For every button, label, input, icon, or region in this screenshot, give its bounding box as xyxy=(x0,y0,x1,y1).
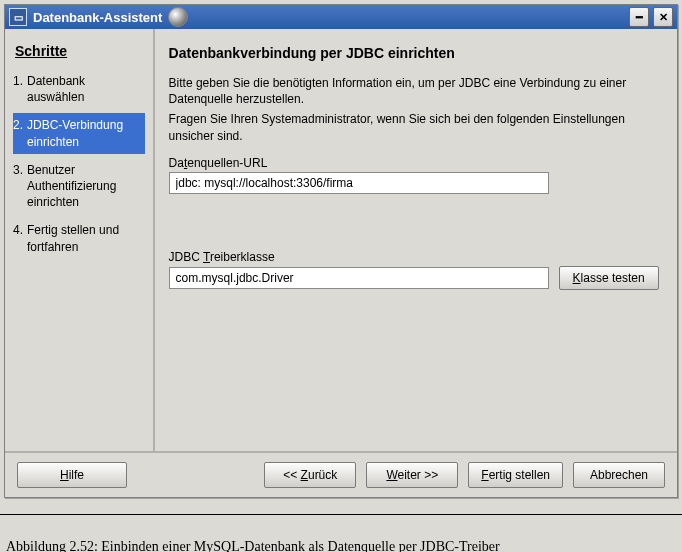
window-title: Datenbank-Assistent xyxy=(33,10,162,25)
step-3[interactable]: 3. Benutzer Authentifizierung einrichten xyxy=(13,158,145,215)
app-icon: ▭ xyxy=(9,8,27,26)
datasource-url-input[interactable] xyxy=(169,172,549,194)
wizard-window: ▭ Datenbank-Assistent ━ ✕ Schritte 1. Da… xyxy=(4,4,678,498)
step-label: Benutzer Authentifizierung einrichten xyxy=(27,162,139,211)
step-label: Fertig stellen und fortfahren xyxy=(27,222,139,254)
driver-class-input[interactable] xyxy=(169,267,549,289)
help-button[interactable]: Hilfe xyxy=(17,462,127,488)
url-label: Datenquellen-URL xyxy=(169,156,268,170)
steps-sidebar: Schritte 1. Datenbank auswählen 2. JDBC-… xyxy=(5,29,155,451)
window-body: Schritte 1. Datenbank auswählen 2. JDBC-… xyxy=(5,29,677,497)
step-number: 3. xyxy=(13,162,27,211)
step-1[interactable]: 1. Datenbank auswählen xyxy=(13,69,145,109)
finish-button[interactable]: Fertig stellen xyxy=(468,462,563,488)
footer-buttonbar: Hilfe << Zurück Weiter >> Fertig stellen… xyxy=(5,451,677,497)
step-number: 4. xyxy=(13,222,27,254)
driver-label: JDBC Treiberklasse xyxy=(169,250,275,264)
back-button[interactable]: << Zurück xyxy=(264,462,356,488)
step-number: 2. xyxy=(13,117,27,149)
minimize-button[interactable]: ━ xyxy=(629,7,649,27)
step-label: JDBC-Verbindung einrichten xyxy=(27,117,139,149)
step-2[interactable]: 2. JDBC-Verbindung einrichten xyxy=(13,113,145,153)
step-4[interactable]: 4. Fertig stellen und fortfahren xyxy=(13,218,145,258)
step-label: Datenbank auswählen xyxy=(27,73,139,105)
next-button[interactable]: Weiter >> xyxy=(366,462,458,488)
main-area: Schritte 1. Datenbank auswählen 2. JDBC-… xyxy=(5,29,677,451)
page-title: Datenbankverbindung per JDBC einrichten xyxy=(169,45,659,61)
instruction-text-2: Fragen Sie Ihren Systemadministrator, we… xyxy=(169,111,659,143)
logo-icon xyxy=(168,7,188,27)
content-pane: Datenbankverbindung per JDBC einrichten … xyxy=(155,29,677,451)
cancel-button[interactable]: Abbrechen xyxy=(573,462,665,488)
figure-caption: Abbildung 2.52: Einbinden einer MySQL-Da… xyxy=(0,514,682,552)
test-class-button[interactable]: Klasse testen xyxy=(559,266,659,290)
instruction-text-1: Bitte geben Sie die benötigten Informati… xyxy=(169,75,659,107)
step-number: 1. xyxy=(13,73,27,105)
steps-heading: Schritte xyxy=(15,43,145,59)
titlebar: ▭ Datenbank-Assistent ━ ✕ xyxy=(5,5,677,29)
close-button[interactable]: ✕ xyxy=(653,7,673,27)
